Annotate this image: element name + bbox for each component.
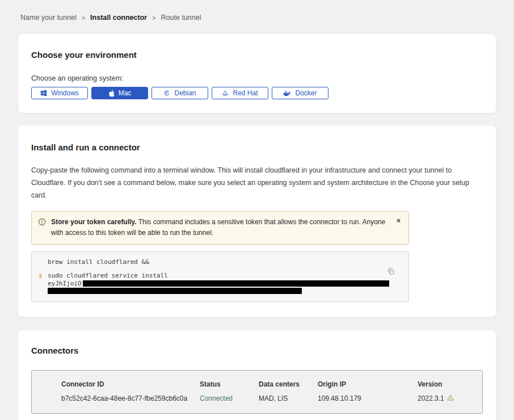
alert-circle-icon [38,218,46,230]
os-button-label: Debian [174,89,196,97]
redacted-token-bar [48,288,302,294]
windows-icon [40,90,47,96]
code-line-brew-install: brew install cloudflared && [32,258,408,266]
connector-id-value: b7c52c42-6caa-48ee-8c77-fbe259cb6c0a [61,394,200,402]
debian-icon [163,90,170,96]
os-button-windows[interactable]: Windows [31,87,88,99]
redacted-token-bar [83,280,389,287]
docker-icon [283,90,291,96]
token-warning-banner: Store your token carefully. This command… [31,211,409,245]
install-command-codeblock: brew install cloudflared && $ sudo cloud… [31,251,409,302]
breadcrumb-install-connector[interactable]: Install connector [90,14,147,22]
connectors-card: Connectors Connector ID b7c52c42-6caa-48… [18,330,496,420]
environment-card: Choose your environment Choose an operat… [18,33,496,114]
os-button-label: Docker [295,89,317,97]
os-select-label: Choose an operating system: [31,74,483,82]
os-button-debian[interactable]: Debian [151,87,208,99]
version-value: 2022.3.1 [418,394,444,402]
data-centers-value: MAD, LIS [259,394,318,402]
os-button-group: Windows Mac Debian Red Hat Docker [31,87,483,99]
breadcrumb: Name your tunnel > Install connector > R… [0,0,514,22]
code-line-service-install: sudo cloudflared service install [48,272,408,279]
os-button-redhat[interactable]: Red Hat [212,87,268,99]
install-card-description: Copy-paste the following command into a … [31,165,483,202]
os-button-label: Red Hat [233,89,258,97]
apple-icon [108,90,115,97]
os-button-mac[interactable]: Mac [91,87,148,99]
redhat-icon [222,90,229,97]
os-button-label: Mac [119,89,132,97]
column-header-status: Status [200,380,259,388]
environment-card-title: Choose your environment [31,50,483,60]
install-card-title: Install and run a connector [31,142,483,152]
close-icon[interactable]: × [394,216,403,225]
connectors-card-title: Connectors [31,346,483,355]
origin-ip-value: 109.48.10.179 [318,394,418,402]
copy-icon[interactable] [386,267,396,278]
column-header-connector-id: Connector ID [61,380,200,388]
terminal-prompt: $ [32,272,48,294]
breadcrumb-separator: > [82,14,85,21]
connector-table-row: Connector ID b7c52c42-6caa-48ee-8c77-fbe… [31,370,483,414]
os-button-docker[interactable]: Docker [272,87,328,99]
token-prefix: eyJhIjoiO [48,280,82,287]
breadcrumb-route-tunnel[interactable]: Route tunnel [161,14,201,22]
warning-triangle-icon [447,394,454,402]
column-header-data-centers: Data centers [259,380,318,388]
os-button-label: Windows [51,89,79,97]
breadcrumb-separator: > [152,14,155,21]
column-header-origin-ip: Origin IP [318,380,418,388]
column-header-version: Version [418,380,477,388]
status-badge: Connected [200,394,259,402]
warning-title: Store your token carefully. [51,218,137,226]
breadcrumb-name-your-tunnel[interactable]: Name your tunnel [20,14,77,22]
install-connector-card: Install and run a connector Copy-paste t… [18,125,496,317]
